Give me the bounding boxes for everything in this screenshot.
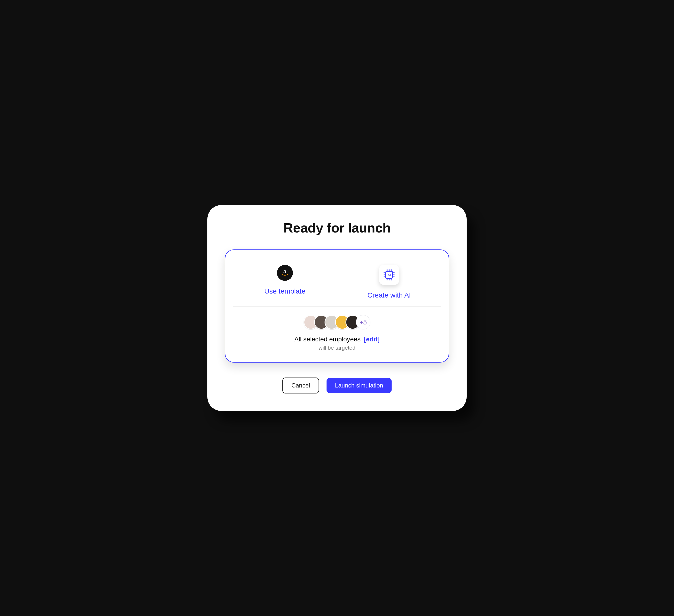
employees-subline: will be targeted [319, 345, 355, 351]
modal-actions: Cancel Launch simulation [283, 378, 391, 393]
ai-chip-icon: AI [379, 265, 399, 285]
launch-simulation-button[interactable]: Launch simulation [327, 378, 391, 393]
avatar-stack: +5 [304, 315, 370, 330]
svg-text:a: a [284, 268, 287, 275]
employees-line: All selected employees [edit] [295, 336, 380, 343]
summary-card: a Use template [225, 249, 449, 363]
horizontal-divider [233, 306, 441, 306]
cancel-button[interactable]: Cancel [283, 378, 319, 393]
avatar-overflow[interactable]: +5 [356, 315, 370, 330]
use-template-option[interactable]: a Use template [233, 265, 337, 299]
svg-text:AI: AI [387, 273, 391, 277]
employees-text: All selected employees [295, 336, 361, 343]
options-row: a Use template [233, 265, 441, 299]
create-with-ai-label: Create with AI [367, 291, 411, 299]
edit-employees-link[interactable]: [edit] [364, 336, 380, 343]
modal-title: Ready for launch [284, 220, 390, 236]
use-template-label: Use template [264, 287, 305, 295]
amazon-icon: a [277, 265, 293, 281]
employees-section: +5 All selected employees [edit] will be… [233, 315, 441, 351]
launch-modal: Ready for launch a Use template [207, 205, 467, 411]
create-with-ai-option[interactable]: AI Create with AI [337, 265, 441, 299]
